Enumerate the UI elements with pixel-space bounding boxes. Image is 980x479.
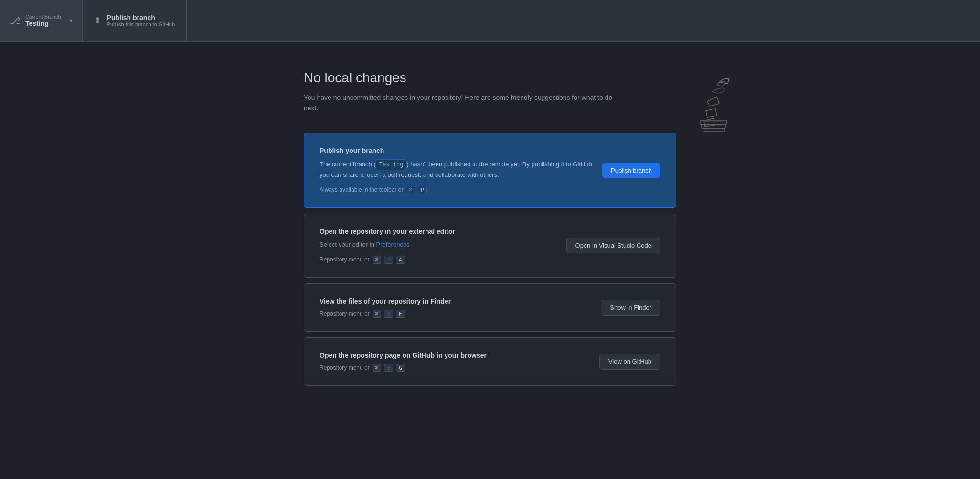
main-content: No local changes You have no uncommitted… (0, 42, 980, 420)
branch-info: Current Branch Testing (25, 14, 61, 27)
publish-branch-card-title: Publish your branch (320, 147, 602, 154)
show-finder-shortcut: Repository menu or ⌘ ⇧ F (320, 310, 601, 318)
shortcut-key-g: G (396, 364, 405, 372)
shortcut-key-cmd2: ⌘ (373, 256, 382, 264)
publish-branch-card-desc: The current branch (Testing) hasn't been… (320, 159, 602, 180)
shortcut-text: Always available in the toolbar or (320, 186, 403, 193)
show-finder-card-title: View the files of your repository in Fin… (320, 297, 601, 305)
show-finder-card: View the files of your repository in Fin… (304, 283, 676, 332)
shortcut-key-shift3: ⇧ (384, 364, 393, 372)
branch-name: Testing (25, 20, 61, 27)
preferences-link[interactable]: Preferences (376, 241, 410, 248)
open-editor-card-content: Open the repository in your external edi… (320, 228, 566, 264)
shortcut-text-github: Repository menu or (320, 364, 370, 371)
shortcut-key-cmd: ⌘ (406, 186, 415, 194)
publish-branch-button[interactable]: Publish branch (602, 163, 660, 178)
svg-rect-2 (703, 128, 724, 132)
current-branch-section[interactable]: ⎇ Current Branch Testing ▾ (0, 0, 83, 41)
view-github-card-content: Open the repository page on GitHub in yo… (320, 351, 599, 372)
show-finder-card-content: View the files of your repository in Fin… (320, 297, 601, 318)
shortcut-text-editor: Repository menu or (320, 256, 370, 263)
publish-info: Publish branch Publish this branch to Gi… (107, 14, 175, 27)
publish-branch-shortcut: Always available in the toolbar or ⌘ P (320, 186, 602, 194)
publish-branch-title: Publish branch (107, 14, 175, 22)
open-editor-shortcut: Repository menu or ⌘ ⇧ A (320, 256, 566, 264)
open-editor-card-desc: Select your editor in Preferences (320, 240, 566, 250)
publish-branch-toolbar-section[interactable]: ⬆ Publish branch Publish this branch to … (83, 0, 187, 41)
view-on-github-button[interactable]: View on GitHub (599, 354, 660, 370)
publish-branch-subtitle: Publish this branch to GitHub (107, 22, 175, 27)
content-wrapper: No local changes You have no uncommitted… (304, 70, 676, 392)
view-github-card: Open the repository page on GitHub in yo… (304, 337, 676, 386)
shortcut-key-cmd4: ⌘ (373, 364, 382, 372)
no-changes-title: No local changes (304, 70, 676, 86)
shortcut-text-finder: Repository menu or (320, 310, 370, 317)
publish-branch-card-content: Publish your branch The current branch (… (320, 147, 602, 194)
branch-icon: ⎇ (10, 15, 21, 26)
chevron-down-icon: ▾ (70, 17, 73, 24)
no-changes-desc: You have no uncommitted changes in your … (304, 92, 614, 114)
no-changes-header: No local changes You have no uncommitted… (304, 70, 676, 114)
open-vscode-button[interactable]: Open in Visual Studio Code (566, 238, 660, 253)
shortcut-key-shift2: ⇧ (384, 310, 393, 318)
view-github-shortcut: Repository menu or ⌘ ⇧ G (320, 364, 599, 372)
shortcut-key-shift: ⇧ (384, 256, 393, 264)
shortcut-key-p: P (418, 186, 427, 194)
decorative-illustration (671, 75, 734, 142)
view-github-card-title: Open the repository page on GitHub in yo… (320, 351, 599, 359)
shortcut-key-cmd3: ⌘ (373, 310, 382, 318)
branch-label: Current Branch (25, 14, 61, 20)
publish-cloud-icon: ⬆ (94, 15, 101, 26)
branch-tag: Testing (376, 159, 407, 170)
open-editor-card: Open the repository in your external edi… (304, 214, 676, 278)
toolbar: ⎇ Current Branch Testing ▾ ⬆ Publish bra… (0, 0, 980, 42)
shortcut-key-a: A (396, 256, 405, 264)
publish-branch-card: Publish your branch The current branch (… (304, 133, 676, 208)
show-in-finder-button[interactable]: Show in Finder (601, 300, 660, 316)
open-editor-card-title: Open the repository in your external edi… (320, 228, 566, 235)
shortcut-key-f: F (396, 310, 405, 318)
